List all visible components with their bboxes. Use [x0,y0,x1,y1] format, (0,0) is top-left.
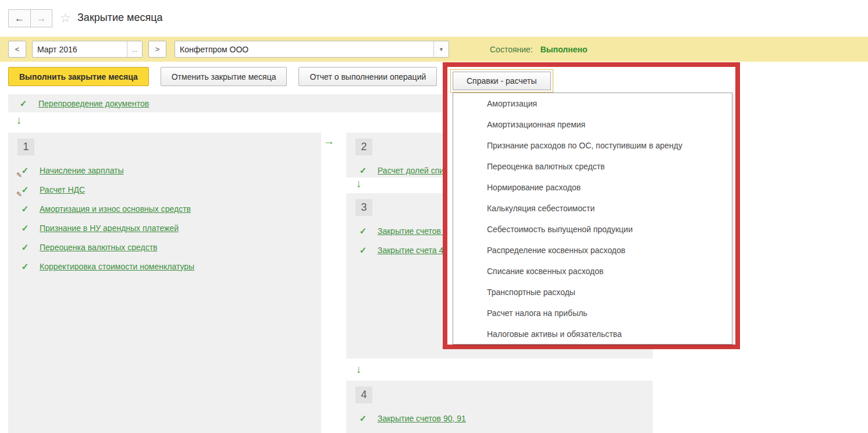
status-value: Выполнено [540,45,588,54]
menu-item[interactable]: Налоговые активы и обязательства [453,324,732,345]
check-pencil-icon: ✓✎ [20,184,30,195]
back-icon: ← [15,13,24,24]
down-arrow-icon: ↓ [356,178,362,190]
organization-dropdown-button[interactable]: ▼ [433,41,449,57]
list-item: ✓ Закрытие счетов 90, 91 [346,409,653,428]
references-dropdown-menu: Амортизация Амортизационная премия Призн… [453,93,732,345]
status: Состояние: Выполнено [490,45,588,54]
operation-link[interactable]: Корректировка стоимости номенклатуры [40,262,194,271]
menu-item[interactable]: Транспортные расходы [453,282,732,303]
status-label: Состояние: [490,45,533,54]
section-number-badge: 3 [355,199,372,216]
menu-item[interactable]: Амортизационная премия [453,114,732,135]
menu-item[interactable]: Признание расходов по ОС, поступившим в … [453,135,732,156]
section-1-operations: ✓✎ Начисление зарплаты ✓✎ Расчет НДС ✓ А… [8,161,321,276]
menu-item[interactable]: Списание косвенных расходов [453,261,732,282]
list-item: ✓ Расчет налога на прибыль [346,428,653,433]
pencil-icon: ✎ [16,171,22,179]
section-4-block: 4 ✓ Закрытие счетов 90, 91 ✓ Расчет нало… [346,381,653,433]
check-icon: ✓ [20,261,30,272]
period-field: Март 2016 ... [32,41,143,58]
operation-link[interactable]: Закрытие счета 44 [378,246,448,255]
page-title: Закрытие месяца [77,12,162,24]
menu-item[interactable]: Себестоимость выпущеной продукции [453,219,732,240]
section-number-badge: 4 [355,386,372,403]
operation-link[interactable]: Расчет долей списа [378,166,453,175]
run-closing-button[interactable]: Выполнить закрытие месяца [8,67,149,86]
organization-input[interactable]: Конфетпром ООО [175,41,433,57]
down-arrow-icon: ↓ [356,363,362,376]
menu-item[interactable]: Нормирование расходов [453,177,732,198]
list-item: ✓ Корректировка стоимости номенклатуры [8,257,321,276]
menu-item[interactable]: Распределение косвенных расходов [453,240,732,261]
check-icon: ✓ [358,226,368,236]
operation-link[interactable]: Закрытие счетов 90, 91 [378,414,466,423]
check-icon: ✓ [20,242,30,253]
list-item: ✓✎ Начисление зарплаты [8,161,321,180]
organization-field: Конфетпром ООО ▼ [175,41,449,58]
forward-icon: → [37,13,47,24]
period-toolbar: < Март 2016 ... > Конфетпром ООО ▼ Состо… [0,37,868,62]
check-icon: ✓ [20,204,30,214]
forward-button[interactable]: → [30,9,52,27]
menu-item[interactable]: Расчет налога на прибыль [453,303,732,324]
check-icon: ✓ [19,98,28,109]
month-closing-window: ← → ☆ Закрытие месяца < Март 2016 ... > … [0,0,868,433]
check-icon: ✓ [358,413,368,424]
actions-toolbar: Выполнить закрытие месяца Отменить закры… [8,67,437,86]
list-item: ✓✎ Расчет НДС [8,180,321,199]
menu-item[interactable]: Калькуляция себестоимости [453,198,732,219]
history-nav: ← → [8,9,52,27]
check-icon: ✓ [20,223,30,233]
operation-link[interactable]: Расчет НДС [40,185,85,194]
operation-link[interactable]: Амортизация и износ основных средств [40,204,191,214]
back-button[interactable]: ← [8,9,30,27]
list-item: ✓ Переоценка валютных средств [8,237,321,257]
period-picker-button[interactable]: ... [127,41,142,57]
operation-link[interactable]: Признание в НУ арендных платежей [40,223,179,233]
pencil-icon: ✎ [16,190,22,198]
references-calculations-button[interactable]: Справки - расчеты [453,72,551,90]
reposting-link[interactable]: Перепроведение документов [38,99,149,108]
right-arrow-icon: → [323,135,335,148]
operation-link[interactable]: Переоценка валютных средств [40,243,158,252]
menu-item[interactable]: Амортизация [453,93,732,114]
list-item: ✓ Амортизация и износ основных средств [8,199,321,218]
cancel-closing-button[interactable]: Отменить закрытие месяца [161,67,287,86]
section-number-badge: 2 [355,139,372,155]
menu-item[interactable]: Переоценка валютных средств [453,156,732,177]
section-4-operations: ✓ Закрытие счетов 90, 91 ✓ Расчет налога… [346,409,653,433]
operation-link[interactable]: Закрытие счетов 20 [378,226,453,236]
check-pencil-icon: ✓✎ [20,165,30,176]
annotation-red-box: Справки - расчеты Амортизация Амортизаци… [443,62,740,349]
check-icon: ✓ [358,245,368,255]
list-item: ✓ Признание в НУ арендных платежей [8,218,321,237]
period-input[interactable]: Март 2016 [33,41,127,57]
prev-period-button[interactable]: < [8,41,26,58]
down-arrow-icon: ↓ [16,114,22,127]
favorite-star-icon[interactable]: ☆ [60,11,71,25]
check-icon: ✓ [358,165,368,176]
next-period-button[interactable]: > [148,41,166,58]
section-1-block: 1 ✓✎ Начисление зарплаты ✓✎ Расчет НДС ✓… [8,133,321,433]
section-number-badge: 1 [17,139,34,155]
operations-report-button[interactable]: Отчет о выполнении операций [298,67,437,86]
operation-link[interactable]: Начисление зарплаты [40,166,124,175]
